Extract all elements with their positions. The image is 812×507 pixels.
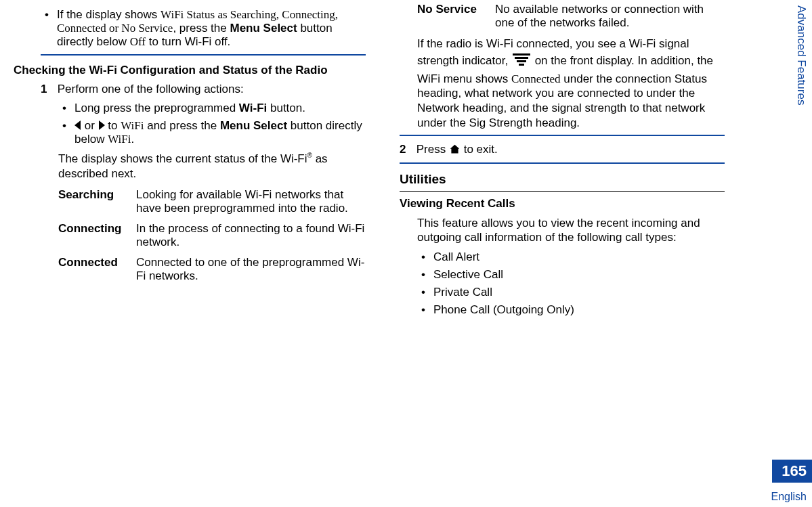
text: , press the bbox=[173, 22, 230, 35]
step-number: 1 bbox=[41, 83, 54, 96]
call-type-item: Call Alert bbox=[433, 250, 725, 264]
status-row-connecting: Connecting In the process of connecting … bbox=[58, 222, 366, 249]
text: to bbox=[105, 119, 121, 132]
text-bold: Menu Select bbox=[220, 119, 287, 132]
status-term: Connected bbox=[58, 256, 136, 269]
status-table: Searching Looking for available Wi-Fi ne… bbox=[58, 188, 366, 283]
divider bbox=[400, 162, 725, 164]
text-serif: Connected bbox=[511, 72, 561, 85]
sub-bullet-1: Long press the preprogrammed Wi-Fi butto… bbox=[74, 102, 366, 115]
status-term: Searching bbox=[58, 188, 136, 202]
text: Press bbox=[416, 143, 449, 156]
step1-sub-bullets: Long press the preprogrammed Wi-Fi butto… bbox=[58, 102, 366, 146]
call-type-item: Selective Call bbox=[433, 268, 725, 282]
left-column: If the display shows WiFi Status as Sear… bbox=[41, 3, 366, 322]
status-row-no-service: No Service No available networks or conn… bbox=[417, 3, 725, 30]
status-term: No Service bbox=[417, 3, 495, 16]
status-desc: Looking for available Wi-Fi networks tha… bbox=[136, 188, 366, 215]
heading-rule bbox=[400, 191, 725, 192]
step-text: Perform one of the following actions: bbox=[58, 83, 244, 95]
text: Long press the preprogrammed bbox=[74, 102, 239, 114]
call-types-list: Call Alert Selective Call Private Call P… bbox=[417, 250, 725, 317]
step-2: 2 Press to exit. bbox=[417, 143, 725, 158]
text-bold: Wi-Fi bbox=[239, 102, 267, 114]
text-bold: Menu Select bbox=[230, 22, 297, 35]
text: . bbox=[131, 133, 134, 146]
status-desc: No available networks or connection with… bbox=[495, 3, 725, 30]
side-tab-label: Advanced Features bbox=[794, 5, 808, 105]
status-row-searching: Searching Looking for available Wi-Fi ne… bbox=[58, 188, 366, 215]
steps-list-2: 2 Press to exit. bbox=[400, 143, 725, 158]
text: and press the bbox=[144, 119, 219, 132]
page-number: 165 bbox=[772, 460, 812, 483]
arrow-left-icon bbox=[74, 120, 81, 130]
steps-list: 1 Perform one of the following actions: … bbox=[41, 83, 366, 283]
recent-calls-heading: Viewing Recent Calls bbox=[400, 197, 725, 211]
divider bbox=[400, 135, 725, 136]
status-row-connected: Connected Connected to one of the prepro… bbox=[58, 256, 366, 283]
recent-calls-para: This feature allows you to view the rece… bbox=[417, 216, 725, 246]
arrow-right-icon bbox=[99, 120, 105, 130]
svg-marker-4 bbox=[450, 144, 460, 153]
wifi-signal-icon bbox=[511, 51, 532, 72]
text: to turn Wi-Fi off. bbox=[146, 35, 230, 48]
wifi-connected-para: If the radio is Wi-Fi connected, you see… bbox=[417, 37, 725, 131]
top-bullet-item: If the display shows WiFi Status as Sear… bbox=[57, 8, 366, 49]
right-column: No Service No available networks or conn… bbox=[400, 3, 725, 322]
section-heading: Checking the Wi-Fi Configuration and Sta… bbox=[14, 64, 366, 77]
status-desc: In the process of connecting to a found … bbox=[136, 222, 366, 249]
language-label: English bbox=[771, 491, 807, 503]
step1-para: The display shows the current status of … bbox=[58, 152, 366, 181]
text: to exit. bbox=[464, 143, 498, 156]
text: The display shows the current status of … bbox=[58, 152, 307, 165]
text: If the display shows bbox=[57, 8, 161, 21]
step-1: 1 Perform one of the following actions: … bbox=[58, 83, 366, 283]
svg-rect-3 bbox=[519, 64, 524, 66]
svg-rect-1 bbox=[515, 57, 528, 59]
text-serif: Off bbox=[130, 35, 146, 48]
divider bbox=[41, 54, 366, 56]
registered-mark: ® bbox=[307, 152, 312, 159]
text-serif: WiFi bbox=[108, 133, 131, 146]
content-columns: If the display shows WiFi Status as Sear… bbox=[41, 3, 785, 322]
call-type-item: Private Call bbox=[433, 286, 725, 299]
text-serif: WiFi bbox=[121, 119, 144, 132]
svg-rect-2 bbox=[517, 60, 526, 62]
status-desc: Connected to one of the preprogrammed Wi… bbox=[136, 256, 366, 283]
page: Advanced Features 165 English If the dis… bbox=[0, 0, 812, 507]
sub-bullet-2: or to WiFi and press the Menu Select but… bbox=[74, 119, 366, 146]
step-number: 2 bbox=[400, 143, 413, 156]
call-type-item: Phone Call (Outgoing Only) bbox=[433, 303, 725, 317]
top-bullet-list: If the display shows WiFi Status as Sear… bbox=[41, 8, 366, 49]
home-icon bbox=[449, 144, 461, 158]
utilities-heading: Utilities bbox=[400, 172, 725, 187]
text: or bbox=[81, 119, 98, 132]
text: button. bbox=[267, 102, 305, 114]
status-term: Connecting bbox=[58, 222, 136, 236]
svg-rect-0 bbox=[513, 53, 530, 56]
status-table-cont: No Service No available networks or conn… bbox=[417, 3, 725, 30]
